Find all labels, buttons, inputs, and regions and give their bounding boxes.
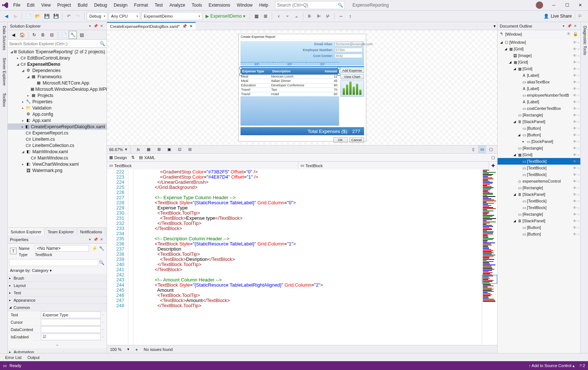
platform-combo[interactable]: Any CPU: [108, 12, 140, 20]
tree-item[interactable]: ▸🔧Properties: [8, 98, 107, 105]
startup-combo[interactable]: ExpenseItDemo: [141, 12, 202, 20]
source-control-button[interactable]: ↑ Add to Source Control ▴: [529, 363, 575, 368]
save-button[interactable]: 💾: [43, 12, 51, 20]
sol-properties-button[interactable]: 🔧: [69, 31, 77, 39]
outline-item[interactable]: ▭aliasTextBox👁○: [498, 79, 580, 85]
outline-item[interactable]: ▭[Button]👁○: [498, 125, 580, 132]
name-field[interactable]: <No Name>: [35, 245, 89, 252]
solution-search-input[interactable]: [9, 42, 100, 46]
redo-button[interactable]: ↷: [74, 12, 82, 20]
eye-icon[interactable]: 👁: [573, 73, 577, 78]
align-btn-2[interactable]: ⫟: [284, 12, 292, 20]
tree-item[interactable]: ◢▦Frameworks: [8, 73, 107, 80]
lock-dot-icon[interactable]: ○: [577, 47, 580, 51]
pin-icon[interactable]: 📌: [566, 23, 572, 29]
maximize-button[interactable]: ☐: [561, 1, 573, 10]
tree-item[interactable]: ▸📁Validation: [8, 105, 107, 111]
outline-item[interactable]: ▭[Rectangle]👁○: [498, 211, 580, 218]
outline-root[interactable]: [Window]: [505, 32, 522, 36]
lock-dot-icon[interactable]: ○: [577, 186, 580, 190]
eye-icon[interactable]: 👁: [573, 146, 577, 150]
split-editor-icon[interactable]: ✚: [489, 162, 497, 169]
panel-dropdown-icon[interactable]: ▾: [87, 23, 93, 29]
close-button[interactable]: ✕: [574, 1, 587, 10]
align-btn-4[interactable]: ⊪: [306, 12, 314, 20]
outline-item[interactable]: ▭[TextBlock]👁○: [498, 198, 580, 204]
eye-icon[interactable]: 👁: [573, 120, 577, 124]
prop-cat-layout[interactable]: Layout: [8, 282, 107, 289]
code-content[interactable]: <GradientStop Color="#73B2F5" Offset="0"…: [133, 169, 482, 345]
code-editor[interactable]: 2222232242252262272282292302312322332342…: [107, 169, 497, 345]
outline-item[interactable]: ◢▦[Grid]👁○: [498, 151, 580, 158]
outline-item[interactable]: ▭[Button]👁○: [498, 224, 580, 231]
menu-help[interactable]: Help: [256, 0, 272, 11]
minimize-button[interactable]: ─: [548, 1, 560, 10]
eye-icon[interactable]: 👁: [573, 226, 577, 230]
outline-item[interactable]: ◢▦[Grid]👁○: [498, 65, 580, 72]
undo-button[interactable]: ↶: [65, 12, 73, 20]
tree-item[interactable]: ▸C#EditBoxControlLibrary: [8, 55, 107, 61]
eye-icon[interactable]: 👁: [573, 186, 577, 190]
expand-pane-icon[interactable]: ▢: [491, 155, 495, 160]
prop-cat-common[interactable]: Common: [8, 304, 107, 311]
split-v-icon[interactable]: ▯: [469, 146, 477, 154]
menu-tools[interactable]: Tools: [188, 0, 205, 11]
outline-item[interactable]: ◢≣[StackPanel]👁○: [498, 218, 580, 224]
tree-item[interactable]: ◢◧MainWindow.xaml: [8, 148, 107, 155]
prop-value[interactable]: Expense Type: [41, 312, 101, 318]
nav-back-button[interactable]: ◀: [2, 12, 10, 20]
feedback-icon[interactable]: ⚐: [578, 14, 582, 19]
bottom-tab-output[interactable]: Output: [25, 355, 43, 360]
lock-dot-icon[interactable]: ○: [577, 193, 580, 197]
lock-dot-icon[interactable]: ○: [577, 226, 580, 230]
eye-icon[interactable]: 👁: [573, 159, 577, 164]
tree-item[interactable]: ▸◧ViewChartWindow.xaml: [8, 161, 107, 167]
outline-item[interactable]: ▭[TextBlock]👁○: [498, 171, 580, 178]
menu-test[interactable]: Test: [152, 0, 166, 11]
swap-icon[interactable]: ⇅: [131, 155, 135, 160]
outline-tree[interactable]: ◢☐[Window]👁○◢▦[Grid]👁○🖼[Image]👁○◢▦[Grid]…: [498, 38, 580, 353]
outline-item[interactable]: ▭[Rectangle]👁○: [498, 145, 580, 151]
eye-icon[interactable]: 👁: [573, 60, 577, 64]
lock-dot-icon[interactable]: ○: [577, 73, 580, 78]
sol-sync-button[interactable]: ↻: [30, 31, 38, 39]
outline-item[interactable]: ▭[Button]👁○: [498, 231, 580, 237]
sol-showall-button[interactable]: 📄: [60, 31, 68, 39]
snap-icon[interactable]: ▣: [165, 146, 173, 154]
global-search-input[interactable]: [277, 3, 338, 8]
menu-file[interactable]: File: [10, 0, 24, 11]
eye-icon[interactable]: 👁: [573, 107, 577, 111]
sol-refresh-button[interactable]: 🗎: [39, 31, 47, 39]
outline-item[interactable]: ▭[Rectangle]👁○: [498, 112, 580, 118]
layout-btn-1[interactable]: ▦: [252, 12, 260, 20]
tab-overflow-icon[interactable]: ▾: [492, 22, 497, 30]
tree-item[interactable]: ▸◧CreateExpenseReportDialogBox.xaml: [8, 123, 107, 130]
eye-icon[interactable]: 👁: [573, 219, 577, 223]
document-tab[interactable]: CreateExpenseReportDialogBox.xaml* 📌 ✕: [107, 22, 196, 30]
lock-dot-icon[interactable]: ○: [577, 146, 580, 150]
eye-icon[interactable]: 👁: [573, 47, 577, 51]
config-combo[interactable]: Debug: [87, 12, 107, 20]
split-h-icon[interactable]: ▭: [478, 146, 486, 154]
notifications-button[interactable]: ⚐2: [579, 363, 585, 368]
eye-icon[interactable]: 👁: [573, 166, 577, 170]
outline-item[interactable]: ◢≣[StackPanel]👁○: [498, 191, 580, 198]
lock-dot-icon[interactable]: ○: [577, 219, 580, 223]
pin-icon[interactable]: 📌: [93, 23, 99, 29]
events-icon[interactable]: ⚡: [92, 246, 97, 251]
lock-dot-icon[interactable]: ○: [577, 232, 580, 236]
properties-search[interactable]: [9, 259, 98, 266]
outline-item[interactable]: ◢≣[StackPanel]👁○: [498, 118, 580, 125]
eye-icon[interactable]: 👁: [573, 153, 577, 157]
menu-extensions[interactable]: Extensions: [205, 0, 234, 11]
tree-item[interactable]: ▦Microsoft.NETCore.App: [8, 80, 107, 86]
prop-value[interactable]: [41, 326, 101, 333]
lock-dot-icon[interactable]: ○: [577, 80, 580, 84]
live-share-button[interactable]: Live Share: [551, 14, 572, 19]
snap3-icon[interactable]: ⊟: [186, 146, 194, 154]
add-expense-button[interactable]: Add Expense: [341, 68, 364, 73]
tab-pin-icon[interactable]: 📌: [182, 24, 187, 29]
outline-item[interactable]: ◢☐[Window]👁○: [498, 39, 580, 46]
outline-item[interactable]: A[Label]👁○: [498, 72, 580, 79]
outline-item[interactable]: ▭[TextBlock]👁○: [498, 158, 580, 165]
